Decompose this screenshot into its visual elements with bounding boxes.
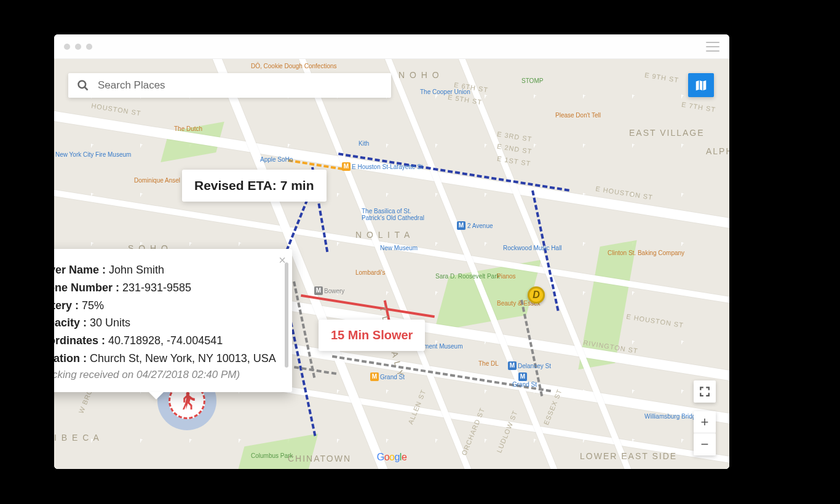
zoom-out-button[interactable]: − bbox=[694, 433, 716, 455]
fullscreen-button[interactable] bbox=[694, 380, 716, 403]
poi-basilica: The Basilica of St. Patrick's Old Cathed… bbox=[362, 208, 424, 221]
poi-dont-tell: Please Don't Tell bbox=[555, 112, 601, 119]
svg-line-1 bbox=[85, 87, 88, 90]
poi-williamsburg: Williamsburg Bridge bbox=[644, 413, 699, 420]
metro-bowery: Bowery bbox=[324, 288, 344, 294]
fullscreen-icon bbox=[699, 386, 710, 397]
poi-apple: Apple SoHo bbox=[260, 156, 293, 163]
window-traffic-lights bbox=[64, 44, 92, 50]
poi-dutch: The Dutch bbox=[174, 125, 202, 132]
info-location: Location : Church St, New York, NY 10013… bbox=[54, 350, 279, 368]
map-district-lower-east: LOWER EAST SIDE bbox=[580, 451, 677, 461]
info-capacity: Capacity : 30 Units bbox=[54, 314, 279, 332]
map-canvas[interactable]: N O H O N O L I T A S O H O EAST VILLAGE… bbox=[54, 59, 729, 469]
poi-lombardi: Lombardi's bbox=[355, 269, 386, 276]
map-district-nolita: N O L I T A bbox=[355, 230, 411, 240]
info-phone: Phone Number : 231-931-9585 bbox=[54, 279, 279, 297]
map-district-east-village: EAST VILLAGE bbox=[629, 128, 705, 138]
search-input[interactable] bbox=[98, 79, 382, 92]
driver-info-card: × Driver Name : John Smith Phone Number … bbox=[54, 249, 292, 392]
map-icon bbox=[694, 79, 708, 92]
metro-second-ave: 2 Avenue bbox=[467, 222, 493, 229]
metro-delancey: Delancey St bbox=[518, 363, 551, 369]
search-bar[interactable] bbox=[68, 73, 391, 98]
poi-rockwood: Rockwood Music Hall bbox=[503, 245, 562, 251]
poi-columbus: Columbus Park bbox=[251, 452, 293, 459]
card-scrollbar[interactable] bbox=[285, 262, 288, 368]
search-icon bbox=[77, 79, 89, 92]
google-logo: Google bbox=[377, 452, 407, 463]
walking-person-icon bbox=[176, 390, 197, 411]
poi-roosevelt: Sara D. Roosevelt Park bbox=[435, 273, 500, 280]
map-controls: + − bbox=[694, 380, 716, 455]
poi-dl: The DL bbox=[478, 360, 499, 367]
svg-point-0 bbox=[79, 81, 86, 89]
poi-do: DŌ, Cookie Dough Confections bbox=[251, 63, 337, 69]
zoom-in-button[interactable]: + bbox=[694, 411, 716, 433]
browser-chrome bbox=[54, 34, 729, 59]
map-district-alpha: ALPH bbox=[706, 146, 729, 156]
metro-houston-lafayette: E Houston St-Lafayette St bbox=[352, 163, 423, 170]
info-coords: Coordinates : 40.718928, -74.004541 bbox=[54, 332, 279, 350]
poi-kith: Kith bbox=[359, 140, 369, 147]
map-district-chinatown: CHINATOWN bbox=[288, 454, 351, 463]
info-battery: Battery : 75% bbox=[54, 297, 279, 315]
destination-marker[interactable]: D bbox=[528, 286, 545, 304]
info-driver-name: Driver Name : John Smith bbox=[54, 261, 279, 279]
poi-stomp: STOMP bbox=[521, 77, 543, 84]
map-layers-button[interactable] bbox=[688, 73, 714, 97]
metro-grand: Grand St bbox=[380, 374, 405, 380]
poi-nycfire: New York City Fire Museum bbox=[55, 151, 131, 158]
eta-tooltip: Revised ETA: 7 min bbox=[182, 170, 327, 202]
poi-new-museum: New Museum bbox=[380, 245, 418, 251]
metro-grand2: Grand St bbox=[512, 381, 537, 388]
map-district-tribeca: I B E C A bbox=[54, 433, 100, 443]
map-district-noho: N O H O bbox=[398, 70, 440, 80]
info-tracking-timestamp: (Tracking received on 04/27/2018 02:40 P… bbox=[54, 369, 279, 381]
alt-route-tooltip: 15 Min Slower bbox=[319, 320, 425, 351]
poi-clinton: Clinton St. Baking Company bbox=[608, 250, 684, 256]
browser-window: N O H O N O L I T A S O H O EAST VILLAGE… bbox=[54, 34, 729, 469]
poi-pianos: Pianos bbox=[497, 273, 516, 280]
menu-icon[interactable] bbox=[706, 42, 719, 52]
